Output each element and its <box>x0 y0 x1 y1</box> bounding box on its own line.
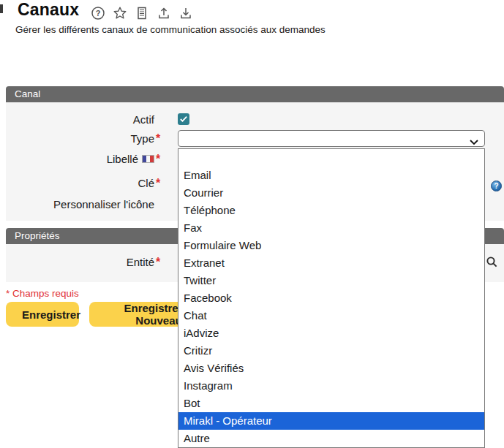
libelle-required-marker: * <box>156 151 165 166</box>
type-dropdown-option[interactable]: Extranet <box>178 254 484 272</box>
help-icon[interactable]: ? <box>91 6 105 20</box>
type-required-marker: * <box>156 131 165 145</box>
actif-label: Actif <box>0 112 154 126</box>
favorite-star-icon[interactable] <box>113 6 127 20</box>
personnaliser-icone-label: Personnaliser l'icône <box>0 197 154 211</box>
canaux-admin-page: Canaux ? Gérer les différents canaux de … <box>0 0 504 448</box>
type-dropdown-option[interactable]: Courrier <box>178 184 484 202</box>
french-flag-icon <box>142 155 154 163</box>
type-dropdown-option[interactable]: Bot <box>178 395 484 412</box>
canal-panel-header: Canal <box>6 86 504 102</box>
type-dropdown-option[interactable]: Critizr <box>178 342 484 360</box>
save-button[interactable]: Enregistrer <box>6 302 79 327</box>
type-dropdown-option[interactable]: Instagram <box>178 377 484 395</box>
page-subtitle: Gérer les différents canaux de communica… <box>15 24 326 35</box>
type-dropdown-option[interactable]: Téléphone <box>178 202 484 219</box>
type-dropdown-list: EmailCourrierTéléphoneFaxFormulaire WebE… <box>178 148 485 448</box>
type-label: Type <box>0 131 154 145</box>
svg-text:?: ? <box>96 9 101 18</box>
type-dropdown-option[interactable]: Autre <box>178 430 484 447</box>
type-dropdown-option[interactable]: Formulaire Web <box>178 237 484 254</box>
actif-checkbox[interactable] <box>178 113 189 125</box>
chevron-down-icon <box>470 136 478 148</box>
type-dropdown-option[interactable]: Avis Vérifiés <box>178 360 484 377</box>
cle-help-icon[interactable]: ? <box>491 181 502 191</box>
type-select[interactable] <box>178 130 485 147</box>
cle-required-marker: * <box>156 175 165 190</box>
type-dropdown-option[interactable]: Facebook <box>178 289 484 307</box>
import-icon[interactable] <box>178 6 193 20</box>
type-dropdown-option[interactable]: Email <box>178 167 484 184</box>
type-dropdown-option[interactable] <box>178 149 484 167</box>
type-dropdown-option[interactable]: iAdvize <box>178 324 484 342</box>
checkmark-icon <box>179 115 188 124</box>
type-dropdown-option[interactable]: Twitter <box>178 272 484 289</box>
entite-required-marker: * <box>156 254 165 269</box>
entite-label: Entité <box>0 254 154 269</box>
export-icon[interactable] <box>157 6 171 20</box>
search-icon[interactable] <box>486 256 498 268</box>
type-dropdown-option[interactable]: Mirakl - Opérateur <box>178 412 484 430</box>
type-dropdown-option[interactable]: Chat <box>178 307 484 324</box>
title-toolbar: ? <box>91 6 193 20</box>
type-dropdown-option[interactable]: Fax <box>178 219 484 237</box>
required-fields-note: * Champs requis <box>6 288 79 299</box>
cle-label: Clé <box>0 175 154 190</box>
page-title: Canaux <box>18 0 79 20</box>
window-edge-artifact <box>0 4 3 13</box>
log-icon[interactable] <box>135 6 149 20</box>
libelle-label: Libellé <box>0 151 154 166</box>
